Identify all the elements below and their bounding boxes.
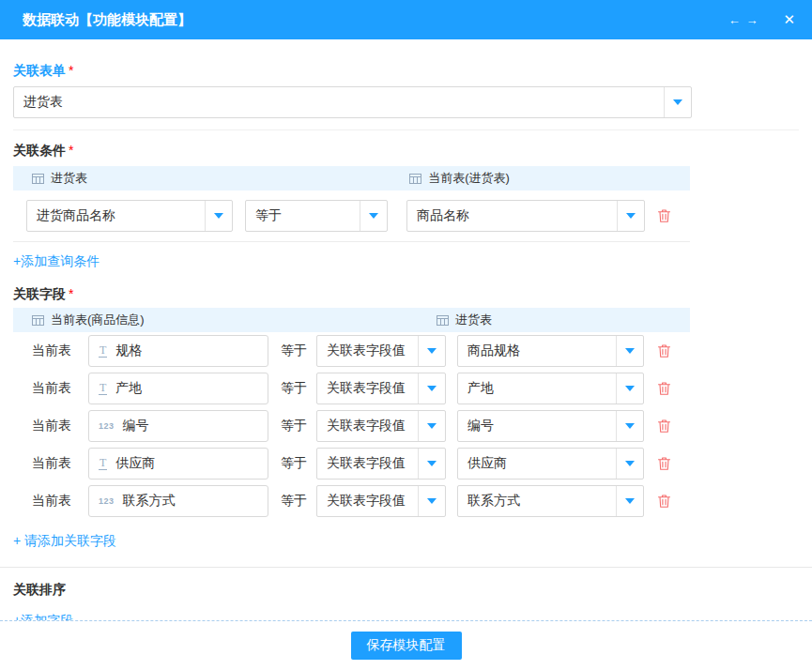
chevron-down-icon[interactable] bbox=[360, 201, 387, 231]
required-mark: * bbox=[69, 286, 73, 301]
chevron-down-icon[interactable] bbox=[418, 336, 445, 366]
chevron-down-icon[interactable] bbox=[418, 373, 445, 404]
dialog-header: 数据联动【功能模块配置】 ← → ✕ bbox=[0, 0, 812, 39]
number-type-icon: 123 bbox=[99, 421, 115, 431]
fields-header-left: 当前表(商品信息) bbox=[13, 312, 418, 328]
field-select[interactable]: 123 编号 bbox=[88, 410, 268, 442]
value-field-select[interactable]: 联系方式 bbox=[457, 485, 644, 517]
dialog-title: 数据联动【功能模块配置】 bbox=[23, 11, 192, 29]
current-table-label: 当前表 bbox=[32, 380, 88, 397]
value-field-select[interactable]: 供应商 bbox=[457, 448, 644, 480]
field-name: 编号 bbox=[123, 418, 149, 434]
delete-button[interactable] bbox=[657, 208, 671, 223]
field-name: 供应商 bbox=[115, 455, 155, 472]
related-sort-label: 关联排序 bbox=[13, 581, 799, 598]
condition-table-header: 进货表 当前表(进货表) bbox=[13, 166, 690, 190]
value-field-select[interactable]: 编号 bbox=[457, 410, 644, 442]
value-type-select[interactable]: 关联表字段值 bbox=[316, 448, 446, 480]
close-icon[interactable]: ✕ bbox=[783, 11, 795, 28]
condition-row: 进货商品名称 等于 商品名称 bbox=[13, 190, 690, 242]
table-icon bbox=[32, 174, 44, 184]
value-type-select[interactable]: 关联表字段值 bbox=[316, 373, 446, 404]
current-table-label: 当前表 bbox=[32, 455, 88, 472]
field-mapping-row: 当前表 T 规格 等于 关联表字段值 商品规格 bbox=[13, 332, 690, 370]
condition-left-field-select[interactable]: 进货商品名称 bbox=[26, 200, 233, 232]
value-type-select[interactable]: 关联表字段值 bbox=[316, 335, 446, 367]
chevron-down-icon[interactable] bbox=[418, 449, 445, 479]
add-condition-link[interactable]: +添加查询条件 bbox=[13, 251, 100, 270]
table-icon bbox=[437, 315, 449, 326]
condition-right-field-select[interactable]: 商品名称 bbox=[406, 200, 645, 232]
save-button[interactable]: 保存模块配置 bbox=[351, 632, 462, 660]
value-field-select[interactable]: 产地 bbox=[457, 373, 644, 404]
delete-button[interactable] bbox=[657, 456, 671, 471]
value-type-select[interactable]: 关联表字段值 bbox=[316, 410, 446, 442]
value-field-select[interactable]: 商品规格 bbox=[457, 335, 644, 367]
chevron-down-icon[interactable] bbox=[616, 449, 643, 479]
current-table-label: 当前表 bbox=[32, 418, 88, 434]
chevron-down-icon[interactable] bbox=[616, 336, 643, 366]
operator-label: 等于 bbox=[281, 418, 307, 434]
condition-table: 进货表 当前表(进货表) 进货商品名称 等于 bbox=[13, 166, 690, 242]
trash-icon bbox=[657, 208, 671, 223]
chevron-down-icon[interactable] bbox=[205, 201, 232, 231]
related-sort-section: 关联排序 +添加字段 bbox=[13, 581, 799, 621]
operator-label: 等于 bbox=[281, 455, 307, 472]
trash-icon bbox=[657, 381, 671, 396]
current-table-label: 当前表 bbox=[32, 493, 88, 510]
chevron-down-icon[interactable] bbox=[616, 373, 643, 404]
dialog-header-actions: ← → ✕ bbox=[728, 11, 795, 28]
chevron-down-icon[interactable] bbox=[616, 486, 643, 516]
delete-button[interactable] bbox=[657, 419, 671, 434]
chevron-down-icon[interactable] bbox=[664, 87, 691, 117]
chevron-down-icon[interactable] bbox=[616, 411, 643, 441]
field-select[interactable]: T 规格 bbox=[88, 335, 268, 367]
dialog-body: 关联表单* 进货表 关联条件* 进货表 当前表(进 bbox=[0, 39, 812, 621]
table-icon bbox=[409, 174, 421, 184]
operator-label: 等于 bbox=[281, 343, 307, 359]
field-mapping-row: 当前表 123 编号 等于 关联表字段值 编号 bbox=[13, 407, 690, 445]
field-select[interactable]: T 产地 bbox=[88, 373, 268, 404]
field-select[interactable]: 123 联系方式 bbox=[88, 485, 268, 517]
text-type-icon: T bbox=[99, 382, 107, 395]
related-form-section: 关联表单* 进货表 bbox=[13, 39, 799, 130]
required-mark: * bbox=[69, 63, 73, 78]
delete-button[interactable] bbox=[657, 343, 671, 358]
related-form-label: 关联表单* bbox=[13, 62, 799, 79]
dialog-footer: 保存模块配置 bbox=[0, 620, 812, 670]
delete-button[interactable] bbox=[657, 381, 671, 396]
section-divider bbox=[0, 567, 812, 568]
chevron-down-icon[interactable] bbox=[418, 411, 445, 441]
field-name: 联系方式 bbox=[123, 493, 176, 510]
delete-button[interactable] bbox=[657, 494, 671, 509]
trash-icon bbox=[657, 343, 671, 358]
field-name: 规格 bbox=[115, 343, 142, 359]
fields-table-header: 当前表(商品信息) 进货表 bbox=[13, 308, 690, 332]
fields-header-right: 进货表 bbox=[418, 312, 690, 328]
number-type-icon: 123 bbox=[99, 496, 115, 506]
text-type-icon: T bbox=[99, 457, 107, 470]
related-condition-label: 关联条件* bbox=[13, 142, 799, 159]
operator-label: 等于 bbox=[281, 493, 307, 510]
related-fields-label: 关联字段* bbox=[13, 285, 799, 302]
value-type-select[interactable]: 关联表字段值 bbox=[316, 485, 446, 517]
data-linkage-config-dialog: 数据联动【功能模块配置】 ← → ✕ 关联表单* 进货表 关联条件* bbox=[0, 0, 812, 670]
expand-arrows-icon[interactable]: ← → bbox=[728, 13, 759, 27]
field-select[interactable]: T 供应商 bbox=[88, 448, 268, 480]
chevron-down-icon[interactable] bbox=[617, 201, 644, 231]
field-mapping-row: 当前表 123 联系方式 等于 关联表字段值 联系方式 bbox=[13, 482, 690, 520]
current-table-label: 当前表 bbox=[32, 343, 88, 359]
related-form-select[interactable]: 进货表 bbox=[13, 86, 692, 118]
add-related-field-link[interactable]: + 请添加关联字段 bbox=[13, 531, 116, 550]
related-fields-section: 关联字段* 当前表(商品信息) 进货表 当前表 bbox=[13, 285, 799, 550]
trash-icon bbox=[657, 419, 671, 434]
trash-icon bbox=[657, 456, 671, 471]
text-type-icon: T bbox=[99, 344, 107, 358]
required-mark: * bbox=[69, 143, 73, 158]
condition-header-left: 进货表 bbox=[13, 170, 391, 187]
condition-operator-select[interactable]: 等于 bbox=[245, 200, 388, 232]
chevron-down-icon[interactable] bbox=[418, 486, 445, 516]
trash-icon bbox=[657, 494, 671, 509]
fields-table: 当前表(商品信息) 进货表 当前表 T 规格 等于 bbox=[13, 308, 690, 520]
table-icon bbox=[32, 315, 44, 326]
